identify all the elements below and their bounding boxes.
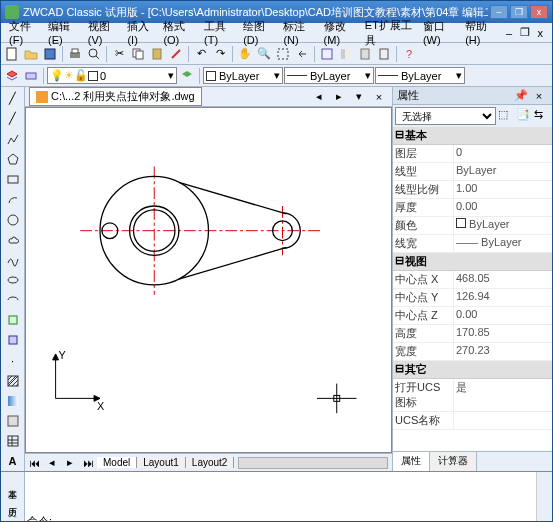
menu-edit[interactable]: 编辑(E) <box>44 17 84 48</box>
spline-icon[interactable] <box>3 250 23 269</box>
toggle-icon[interactable]: ⇆ <box>534 108 550 124</box>
rect-icon[interactable] <box>3 170 23 189</box>
menu-dim[interactable]: 标注(N) <box>279 17 319 48</box>
properties-icon[interactable] <box>318 45 336 63</box>
zoom-prev-icon[interactable] <box>293 45 311 63</box>
hatch-icon[interactable] <box>3 371 23 390</box>
prop-linetype[interactable]: ByLayer <box>453 163 552 180</box>
prop-lw[interactable]: —— ByLayer <box>453 235 552 252</box>
command-scrollbar[interactable] <box>536 472 552 522</box>
match-icon[interactable] <box>167 45 185 63</box>
help-icon[interactable]: ? <box>400 45 418 63</box>
circle-icon[interactable] <box>3 210 23 229</box>
text-icon[interactable]: A <box>3 452 23 471</box>
layer-dropdown[interactable]: 💡☀🔓 0 ▾ <box>47 67 177 84</box>
pan-icon[interactable]: ✋ <box>236 45 254 63</box>
linetype-dropdown[interactable]: ByLayer ▾ <box>284 67 374 84</box>
arc-icon[interactable] <box>3 190 23 209</box>
cmd-tab1-icon[interactable]: 基本 <box>4 474 22 492</box>
prop-w[interactable]: 270.23 <box>453 343 552 360</box>
prop-cy[interactable]: 126.94 <box>453 289 552 306</box>
table-icon[interactable] <box>3 432 23 451</box>
hscrollbar[interactable] <box>238 457 388 469</box>
menu-view[interactable]: 视图(V) <box>84 17 124 48</box>
region-icon[interactable] <box>3 412 23 431</box>
file-tab-active[interactable]: C:\...2 利用夹点拉伸对象.dwg <box>29 87 202 106</box>
pickobj-icon[interactable]: 📑 <box>516 108 532 124</box>
pline-icon[interactable] <box>3 129 23 148</box>
cut-icon[interactable]: ✂ <box>110 45 128 63</box>
ellipse-icon[interactable] <box>3 270 23 289</box>
tool-palette-icon[interactable] <box>356 45 374 63</box>
doc-close-button[interactable]: x <box>532 24 548 42</box>
line-icon[interactable]: ╱ <box>3 89 23 108</box>
prop-color[interactable]: ByLayer <box>453 217 552 234</box>
menu-draw[interactable]: 绘图(D) <box>239 17 279 48</box>
doc-minimize-button[interactable]: – <box>501 24 517 42</box>
tab-last-icon[interactable]: ⏭ <box>79 454 97 472</box>
undo-icon[interactable]: ↶ <box>192 45 210 63</box>
quickselect-icon[interactable]: ⬚ <box>498 108 514 124</box>
doc-restore-button[interactable]: ❐ <box>517 24 533 42</box>
panel-close-icon[interactable]: × <box>530 87 548 105</box>
design-center-icon[interactable] <box>337 45 355 63</box>
block-icon[interactable] <box>3 331 23 350</box>
prop-layer[interactable]: 0 <box>453 145 552 162</box>
menu-window[interactable]: 窗口(W) <box>419 17 461 48</box>
preview-icon[interactable] <box>85 45 103 63</box>
paste-icon[interactable] <box>148 45 166 63</box>
tab-list-icon[interactable]: ▾ <box>350 88 368 106</box>
layer-prev-icon[interactable] <box>178 67 196 85</box>
prop-thickness[interactable]: 0.00 <box>453 199 552 216</box>
tab-prev2-icon[interactable]: ◂ <box>43 454 61 472</box>
new-icon[interactable] <box>3 45 21 63</box>
prop-ltscale[interactable]: 1.00 <box>453 181 552 198</box>
zoom-icon[interactable]: 🔍 <box>255 45 273 63</box>
tab-layout1[interactable]: Layout1 <box>137 457 186 468</box>
ellipse-arc-icon[interactable] <box>3 291 23 310</box>
menu-format[interactable]: 格式(O) <box>159 17 200 48</box>
menu-modify[interactable]: 修改(M) <box>320 17 361 48</box>
command-line[interactable]: 命令: <box>25 472 536 522</box>
restore-button[interactable]: ❐ <box>510 5 528 19</box>
insert-icon[interactable] <box>3 311 23 330</box>
polygon-icon[interactable] <box>3 149 23 168</box>
tab-close-icon[interactable]: × <box>370 88 388 106</box>
calc-icon[interactable] <box>375 45 393 63</box>
panel-pin-icon[interactable]: 📌 <box>512 87 530 105</box>
point-icon[interactable]: · <box>3 351 23 370</box>
revcloud-icon[interactable] <box>3 230 23 249</box>
props-tab-calc[interactable]: 计算器 <box>430 452 477 471</box>
cmd-tab2-icon[interactable]: 历史 <box>4 492 22 510</box>
menu-insert[interactable]: 插入(I) <box>123 17 159 48</box>
tab-model[interactable]: Model <box>97 457 137 468</box>
prop-ucs[interactable]: 是 <box>453 379 552 411</box>
open-icon[interactable] <box>22 45 40 63</box>
redo-icon[interactable]: ↷ <box>211 45 229 63</box>
zoom-window-icon[interactable] <box>274 45 292 63</box>
prop-cx[interactable]: 468.05 <box>453 271 552 288</box>
tab-first-icon[interactable]: ⏮ <box>25 454 43 472</box>
menu-help[interactable]: 帮助(H) <box>461 17 501 48</box>
copy-icon[interactable] <box>129 45 147 63</box>
xline-icon[interactable]: ╱ <box>3 109 23 128</box>
lineweight-dropdown[interactable]: ByLayer ▾ <box>375 67 465 84</box>
props-tab-properties[interactable]: 属性 <box>393 452 430 471</box>
selection-dropdown[interactable]: 无选择 <box>395 107 496 125</box>
prop-ucsname[interactable] <box>453 412 552 429</box>
layer-states-icon[interactable] <box>22 67 40 85</box>
gradient-icon[interactable] <box>3 391 23 410</box>
print-icon[interactable] <box>66 45 84 63</box>
save-icon[interactable] <box>41 45 59 63</box>
prop-cz[interactable]: 0.00 <box>453 307 552 324</box>
tab-next-icon[interactable]: ▸ <box>330 88 348 106</box>
layer-manager-icon[interactable] <box>3 67 21 85</box>
menu-tools[interactable]: 工具(T) <box>200 17 239 48</box>
menu-file[interactable]: 文件(F) <box>5 17 44 48</box>
tab-prev-icon[interactable]: ◂ <box>310 88 328 106</box>
close-button[interactable]: x <box>530 5 548 19</box>
color-dropdown[interactable]: ByLayer ▾ <box>203 67 283 84</box>
drawing-canvas[interactable]: Y X <box>25 107 392 453</box>
prop-h[interactable]: 170.85 <box>453 325 552 342</box>
tab-next2-icon[interactable]: ▸ <box>61 454 79 472</box>
